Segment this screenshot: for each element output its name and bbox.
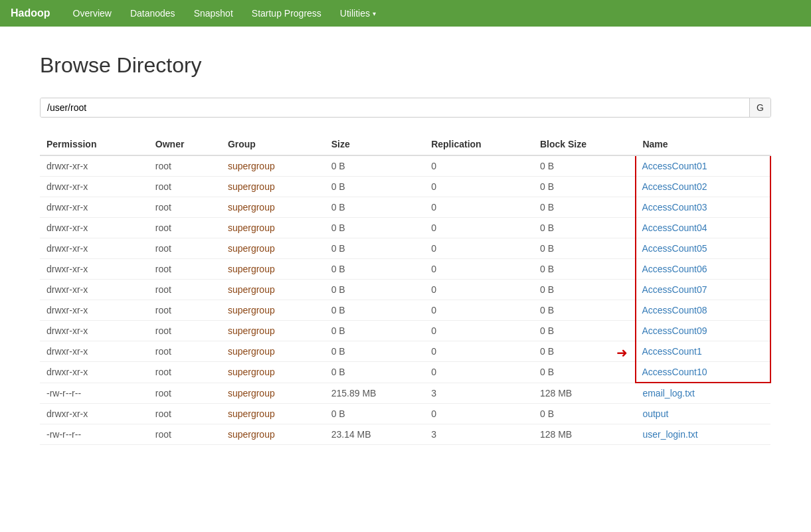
cell-name: AccessCount06: [636, 259, 770, 280]
table-row: drwxr-xr-xrootsupergroup0 B00 BAccessCou…: [40, 197, 770, 218]
file-link[interactable]: AccessCount09: [642, 325, 707, 336]
file-link[interactable]: AccessCount01: [642, 161, 707, 171]
cell-permission: drwxr-xr-x: [40, 300, 149, 321]
cell-group: supergroup: [221, 300, 325, 321]
table-row: drwxr-xr-xrootsupergroup0 B00 BAccessCou…: [40, 238, 770, 259]
cell-permission: drwxr-xr-x: [40, 155, 149, 177]
col-group: Group: [221, 133, 325, 155]
path-go-button[interactable]: G: [749, 98, 770, 117]
file-link[interactable]: output: [642, 408, 668, 419]
cell-owner: root: [149, 238, 221, 259]
cell-name: email_log.txt: [636, 383, 770, 404]
cell-group: supergroup: [221, 238, 325, 259]
cell-size: 0 B: [325, 321, 424, 341]
cell-size: 0 B: [325, 177, 424, 197]
main-content: Browse Directory G Permission Owner Grou…: [0, 27, 811, 472]
cell-name: AccessCount05: [636, 238, 770, 259]
cell-block-size: 0 B: [533, 362, 636, 383]
cell-owner: root: [149, 424, 221, 445]
cell-replication: 0: [424, 362, 533, 383]
cell-replication: 0: [424, 321, 533, 341]
cell-replication: 0: [424, 218, 533, 238]
file-link[interactable]: user_login.txt: [642, 429, 697, 440]
cell-replication: 0: [424, 280, 533, 300]
nav-item-snapshot[interactable]: Snapshot: [185, 1, 242, 25]
directory-table: Permission Owner Group Size Replication …: [40, 133, 771, 445]
cell-permission: drwxr-xr-x: [40, 197, 149, 218]
cell-replication: 0: [424, 177, 533, 197]
cell-block-size: 0 B: [533, 197, 636, 218]
cell-group: supergroup: [221, 155, 325, 177]
cell-name: output: [636, 404, 770, 424]
cell-size: 0 B: [325, 300, 424, 321]
cell-permission: drwxr-xr-x: [40, 362, 149, 383]
cell-size: 0 B: [325, 404, 424, 424]
file-link[interactable]: AccessCount08: [642, 305, 707, 315]
table-row: drwxr-xr-xrootsupergroup0 B00 BAccessCou…: [40, 218, 770, 238]
col-block-size: Block Size: [533, 133, 636, 155]
cell-group: supergroup: [221, 341, 325, 362]
cell-owner: root: [149, 341, 221, 362]
cell-replication: 0: [424, 197, 533, 218]
cell-block-size: 0 B: [533, 280, 636, 300]
nav-link-datanodes[interactable]: Datanodes: [121, 1, 185, 25]
cell-owner: root: [149, 404, 221, 424]
cell-group: supergroup: [221, 218, 325, 238]
cell-replication: 0: [424, 404, 533, 424]
nav-item-overview[interactable]: Overview: [64, 1, 121, 25]
file-link[interactable]: AccessCount02: [642, 181, 707, 192]
cell-block-size: 128 MB: [533, 383, 636, 404]
nav-link-utilities[interactable]: Utilities ▾: [331, 1, 385, 25]
table-row: drwxr-xr-xrootsupergroup0 B00 Boutput: [40, 404, 770, 424]
cell-block-size: 0 B: [533, 155, 636, 177]
cell-replication: 3: [424, 383, 533, 404]
file-link[interactable]: email_log.txt: [642, 388, 695, 399]
nav-link-overview[interactable]: Overview: [64, 1, 121, 25]
cell-group: supergroup: [221, 424, 325, 445]
header-row: Permission Owner Group Size Replication …: [40, 133, 770, 155]
cell-group: supergroup: [221, 383, 325, 404]
cell-permission: drwxr-xr-x: [40, 177, 149, 197]
table-row: drwxr-xr-xrootsupergroup0 B00 BAccessCou…: [40, 177, 770, 197]
cell-block-size: 128 MB: [533, 424, 636, 445]
cell-group: supergroup: [221, 404, 325, 424]
file-link[interactable]: AccessCount07: [642, 284, 707, 295]
cell-permission: drwxr-xr-x: [40, 218, 149, 238]
cell-permission: drwxr-xr-x: [40, 321, 149, 341]
file-link[interactable]: AccessCount1: [642, 346, 701, 357]
file-link[interactable]: AccessCount04: [642, 222, 707, 233]
cell-size: 0 B: [325, 341, 424, 362]
cell-permission: drwxr-xr-x: [40, 280, 149, 300]
nav-item-startup-progress[interactable]: Startup Progress: [242, 1, 331, 25]
navbar-brand[interactable]: Hadoop: [11, 7, 50, 19]
nav-item-datanodes[interactable]: Datanodes: [121, 1, 185, 25]
page-title: Browse Directory: [40, 53, 771, 78]
cell-block-size: 0 B: [533, 177, 636, 197]
nav-item-utilities[interactable]: Utilities ▾: [331, 1, 385, 25]
cell-name: ➜AccessCount1: [636, 341, 770, 362]
file-link[interactable]: AccessCount06: [642, 264, 707, 274]
cell-owner: root: [149, 321, 221, 341]
cell-block-size: 0 B: [533, 404, 636, 424]
table-row: drwxr-xr-xrootsupergroup0 B00 BAccessCou…: [40, 155, 770, 177]
table-header: Permission Owner Group Size Replication …: [40, 133, 770, 155]
table-row: -rw-r--r--rootsupergroup215.89 MB3128 MB…: [40, 383, 770, 404]
path-input[interactable]: [41, 98, 749, 117]
nav-link-snapshot[interactable]: Snapshot: [185, 1, 242, 25]
cell-block-size: 0 B: [533, 300, 636, 321]
cell-group: supergroup: [221, 321, 325, 341]
cell-name: AccessCount04: [636, 218, 770, 238]
cell-group: supergroup: [221, 197, 325, 218]
cell-size: 0 B: [325, 280, 424, 300]
navbar: Hadoop Overview Datanodes Snapshot Start…: [0, 0, 811, 27]
file-link[interactable]: AccessCount10: [642, 367, 707, 377]
cell-permission: -rw-r--r--: [40, 383, 149, 404]
nav-link-startup-progress[interactable]: Startup Progress: [242, 1, 331, 25]
file-link[interactable]: AccessCount05: [642, 243, 707, 254]
cell-owner: root: [149, 197, 221, 218]
table-row: drwxr-xr-xrootsupergroup0 B00 BAccessCou…: [40, 362, 770, 383]
cell-size: 0 B: [325, 238, 424, 259]
file-link[interactable]: AccessCount03: [642, 202, 707, 213]
cell-name: AccessCount02: [636, 177, 770, 197]
cell-size: 0 B: [325, 155, 424, 177]
